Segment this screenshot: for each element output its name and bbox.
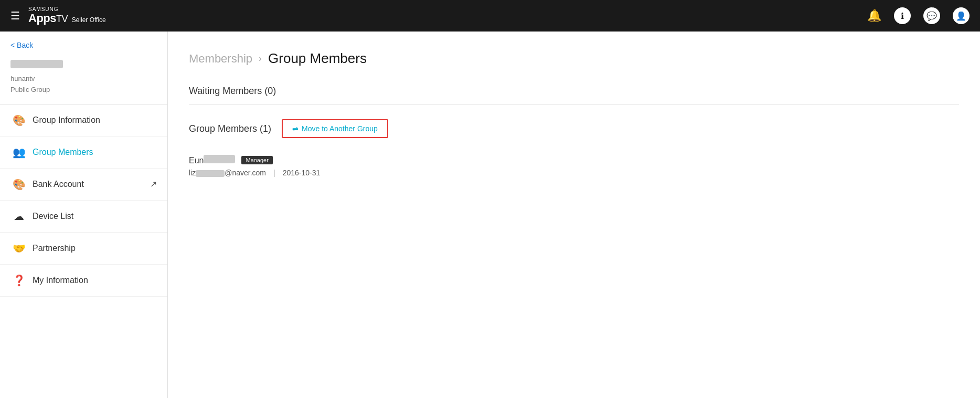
user-icon[interactable]: 👤 — [953, 7, 970, 24]
sidebar-username — [10, 60, 63, 68]
sidebar-company: hunantv — [10, 74, 157, 85]
logo-area: SAMSUNG AppsTV Seller Office — [28, 6, 106, 25]
move-icon: ⇌ — [292, 124, 299, 133]
sidebar-item-group-members[interactable]: 👥 Group Members — [0, 137, 167, 169]
member-email: liz@naver.com — [189, 169, 266, 177]
my-information-label: My Information — [33, 276, 88, 285]
partnership-icon: 🤝 — [13, 242, 25, 255]
breadcrumb-current: Group Members — [268, 50, 367, 67]
waiting-members-title: Waiting Members (0) — [189, 86, 959, 97]
member-email-blur — [196, 170, 225, 177]
member-row-divider: | — [273, 169, 275, 177]
sidebar-item-group-information[interactable]: 🎨 Group Information — [0, 104, 167, 137]
group-information-label: Group Information — [33, 116, 100, 125]
sidebar-item-device-list[interactable]: ☁ Device List — [0, 201, 167, 233]
info-icon[interactable]: ℹ — [894, 7, 911, 24]
bell-icon[interactable]: 🔔 — [867, 9, 881, 23]
breadcrumb-arrow: › — [259, 53, 262, 64]
breadcrumb: Membership › Group Members — [189, 50, 959, 67]
hamburger-icon[interactable]: ☰ — [10, 9, 20, 22]
move-button-label: Move to Another Group — [302, 124, 378, 133]
sidebar-item-my-information[interactable]: ❓ My Information — [0, 265, 167, 297]
group-members-header: Group Members (1) ⇌ Move to Another Grou… — [189, 119, 959, 138]
logo-text-row: AppsTV Seller Office — [28, 12, 106, 25]
nav-right: 🔔 ℹ 💬 👤 — [867, 7, 970, 24]
member-detail-row: liz@naver.com | 2016-10-31 — [189, 169, 959, 177]
group-information-icon: 🎨 — [13, 114, 25, 127]
logo-apps: AppsTV — [28, 12, 71, 25]
content-area: Membership › Group Members Waiting Membe… — [168, 32, 980, 398]
bank-account-label: Bank Account — [33, 180, 84, 189]
group-members-title: Group Members (1) — [189, 123, 271, 134]
external-link-icon: ↗ — [150, 179, 157, 189]
my-information-icon: ❓ — [13, 274, 25, 287]
move-to-another-group-button[interactable]: ⇌ Move to Another Group — [282, 119, 388, 138]
bank-account-icon: 🎨 — [13, 178, 25, 191]
partnership-label: Partnership — [33, 244, 76, 253]
sidebar-user-info: hunantv Public Group — [0, 55, 167, 104]
sidebar-item-partnership[interactable]: 🤝 Partnership — [0, 233, 167, 265]
sidebar: < Back hunantv Public Group 🎨 Group Info… — [0, 32, 168, 398]
top-navigation: ☰ SAMSUNG AppsTV Seller Office 🔔 ℹ 💬 👤 — [0, 0, 980, 32]
section-divider — [189, 104, 959, 104]
back-button[interactable]: < Back — [0, 32, 167, 55]
member-row: Eun Manager liz@naver.com | 2016-10-31 — [189, 150, 959, 182]
seller-office-label: Seller Office — [72, 16, 106, 24]
device-list-icon: ☁ — [13, 210, 25, 223]
manager-badge: Manager — [241, 156, 272, 164]
member-name: Eun — [189, 155, 235, 165]
group-members-icon: 👥 — [13, 146, 25, 159]
breadcrumb-membership[interactable]: Membership — [189, 52, 252, 66]
sidebar-group: Public Group — [10, 85, 157, 96]
member-name-blur — [204, 155, 235, 163]
device-list-label: Device List — [33, 212, 73, 221]
sidebar-item-bank-account[interactable]: 🎨 Bank Account ↗ — [0, 169, 167, 201]
sidebar-nav: 🎨 Group Information 👥 Group Members 🎨 Ba… — [0, 104, 167, 398]
member-name-row: Eun Manager — [189, 155, 959, 165]
member-date: 2016-10-31 — [283, 169, 321, 177]
chat-icon[interactable]: 💬 — [923, 7, 940, 24]
main-layout: < Back hunantv Public Group 🎨 Group Info… — [0, 32, 980, 398]
nav-left: ☰ SAMSUNG AppsTV Seller Office — [10, 6, 106, 25]
group-members-label: Group Members — [33, 148, 93, 157]
